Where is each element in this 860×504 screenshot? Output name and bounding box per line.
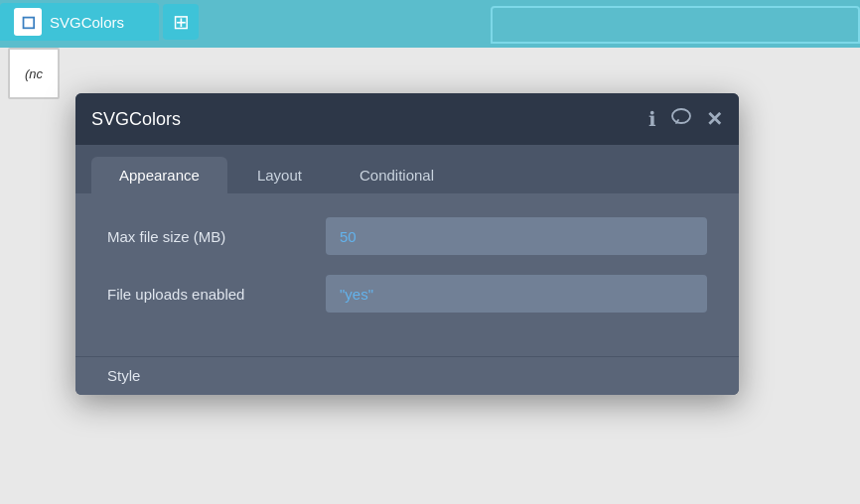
close-icon[interactable]: ✕ — [706, 107, 723, 131]
form-row-maxfilesize: Max file size (MB) 50 — [107, 217, 707, 255]
modal-body: Max file size (MB) 50 File uploads enabl… — [75, 193, 739, 356]
style-section: Style — [75, 356, 739, 395]
tab-label: SVGColors — [50, 14, 124, 31]
tab-icon: ◻ — [14, 8, 42, 36]
modal-header-icons: ℹ ✕ — [648, 106, 723, 133]
file-uploads-label: File uploads enabled — [107, 286, 326, 303]
tab-appearance[interactable]: Appearance — [91, 157, 227, 193]
tab-icon-button[interactable]: ⊞ — [163, 4, 199, 40]
form-row-fileuploads: File uploads enabled "yes" — [107, 275, 707, 313]
modal-header: SVGColors ℹ ✕ — [75, 93, 739, 145]
bottom-left-icon: (nc — [8, 48, 60, 99]
active-tab[interactable]: ◻ SVGColors — [0, 3, 159, 41]
max-file-size-label: Max file size (MB) — [107, 228, 326, 245]
svgcolors-modal: SVGColors ℹ ✕ Appearance Layout Conditio… — [75, 93, 739, 395]
tab-conditional[interactable]: Conditional — [332, 157, 462, 193]
modal-tabs: Appearance Layout Conditional — [75, 145, 739, 193]
style-label: Style — [107, 367, 140, 384]
file-uploads-value[interactable]: "yes" — [326, 275, 707, 313]
top-bar: ◻ SVGColors ⊞ — [0, 0, 860, 44]
right-inactive-tab[interactable] — [491, 6, 860, 44]
max-file-size-value[interactable]: 50 — [326, 217, 707, 255]
svg-point-0 — [672, 109, 690, 123]
tab-layout[interactable]: Layout — [229, 157, 330, 193]
modal-title: SVGColors — [91, 109, 181, 130]
info-icon[interactable]: ℹ — [648, 107, 656, 131]
chat-icon[interactable] — [670, 106, 692, 133]
